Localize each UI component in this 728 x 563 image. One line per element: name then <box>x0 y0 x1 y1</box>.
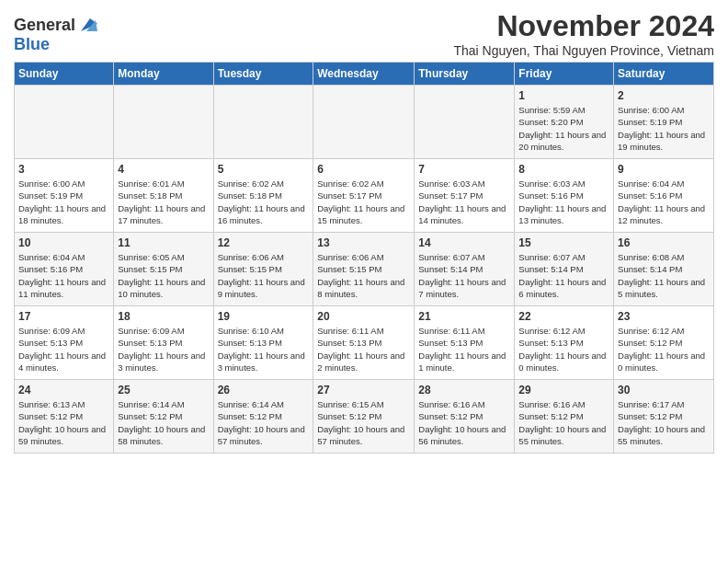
calendar-cell: 13Sunrise: 6:06 AMSunset: 5:15 PMDayligh… <box>313 233 415 306</box>
calendar-cell: 12Sunrise: 6:06 AMSunset: 5:15 PMDayligh… <box>213 233 313 306</box>
day-info: Sunrise: 6:00 AMSunset: 5:19 PMDaylight:… <box>618 104 710 153</box>
day-number: 27 <box>317 384 410 396</box>
calendar-cell: 3Sunrise: 6:00 AMSunset: 5:19 PMDaylight… <box>15 159 114 233</box>
calendar-cell: 6Sunrise: 6:02 AMSunset: 5:17 PMDaylight… <box>313 159 415 233</box>
title-block: November 2024 Thai Nguyen, Thai Nguyen P… <box>453 9 714 58</box>
day-info: Sunrise: 6:09 AMSunset: 5:13 PMDaylight:… <box>118 325 209 373</box>
day-info: Sunrise: 6:14 AMSunset: 5:12 PMDaylight:… <box>218 398 310 447</box>
day-info: Sunrise: 6:02 AMSunset: 5:18 PMDaylight:… <box>218 178 310 226</box>
calendar-cell: 25Sunrise: 6:14 AMSunset: 5:12 PMDayligh… <box>114 380 213 454</box>
calendar-week-5: 24Sunrise: 6:13 AMSunset: 5:12 PMDayligh… <box>15 380 714 454</box>
month-year-title: November 2024 <box>453 9 714 43</box>
calendar-week-3: 10Sunrise: 6:04 AMSunset: 5:16 PMDayligh… <box>15 233 714 306</box>
day-number: 22 <box>518 310 609 323</box>
day-info: Sunrise: 6:17 AMSunset: 5:12 PMDaylight:… <box>618 398 710 447</box>
day-number: 13 <box>317 236 410 249</box>
calendar-cell <box>213 86 313 159</box>
logo-icon <box>77 15 97 35</box>
calendar-cell: 11Sunrise: 6:05 AMSunset: 5:15 PMDayligh… <box>114 233 213 306</box>
col-header-friday: Friday <box>515 63 614 86</box>
day-info: Sunrise: 6:04 AMSunset: 5:16 PMDaylight:… <box>618 178 710 226</box>
day-number: 25 <box>118 384 209 396</box>
calendar-cell <box>114 86 213 159</box>
col-header-thursday: Thursday <box>415 63 515 86</box>
location-subtitle: Thai Nguyen, Thai Nguyen Province, Vietn… <box>453 43 714 58</box>
day-number: 11 <box>118 236 209 249</box>
day-info: Sunrise: 6:08 AMSunset: 5:14 PMDaylight:… <box>618 251 710 300</box>
calendar-cell: 23Sunrise: 6:12 AMSunset: 5:12 PMDayligh… <box>614 306 714 380</box>
day-info: Sunrise: 6:14 AMSunset: 5:12 PMDaylight:… <box>118 398 209 447</box>
day-number: 2 <box>618 89 710 102</box>
calendar-cell <box>313 86 415 159</box>
calendar-cell: 19Sunrise: 6:10 AMSunset: 5:13 PMDayligh… <box>213 306 313 380</box>
calendar-cell <box>415 86 515 159</box>
day-number: 29 <box>518 384 609 396</box>
calendar-cell: 17Sunrise: 6:09 AMSunset: 5:13 PMDayligh… <box>15 306 114 380</box>
calendar-cell: 24Sunrise: 6:13 AMSunset: 5:12 PMDayligh… <box>15 380 114 454</box>
day-number: 6 <box>317 163 410 176</box>
day-number: 30 <box>618 384 710 396</box>
col-header-wednesday: Wednesday <box>313 63 415 86</box>
day-info: Sunrise: 6:04 AMSunset: 5:16 PMDaylight:… <box>18 251 109 300</box>
day-info: Sunrise: 6:09 AMSunset: 5:13 PMDaylight:… <box>18 325 109 373</box>
day-number: 7 <box>418 163 510 176</box>
day-info: Sunrise: 6:15 AMSunset: 5:12 PMDaylight:… <box>317 398 410 447</box>
day-number: 26 <box>218 384 310 396</box>
calendar-cell: 4Sunrise: 6:01 AMSunset: 5:18 PMDaylight… <box>114 159 213 233</box>
day-number: 21 <box>418 310 510 323</box>
day-info: Sunrise: 6:11 AMSunset: 5:13 PMDaylight:… <box>317 325 410 373</box>
day-number: 10 <box>18 236 109 249</box>
col-header-tuesday: Tuesday <box>213 63 313 86</box>
calendar-cell: 5Sunrise: 6:02 AMSunset: 5:18 PMDaylight… <box>213 159 313 233</box>
day-number: 24 <box>18 384 109 396</box>
day-number: 9 <box>618 163 710 176</box>
calendar-cell: 27Sunrise: 6:15 AMSunset: 5:12 PMDayligh… <box>313 380 415 454</box>
day-number: 20 <box>317 310 410 323</box>
calendar-cell: 28Sunrise: 6:16 AMSunset: 5:12 PMDayligh… <box>415 380 515 454</box>
day-number: 12 <box>218 236 310 249</box>
calendar-cell: 10Sunrise: 6:04 AMSunset: 5:16 PMDayligh… <box>15 233 114 306</box>
logo-blue-text: Blue <box>14 35 50 54</box>
calendar-week-1: 1Sunrise: 5:59 AMSunset: 5:20 PMDaylight… <box>15 86 714 159</box>
day-info: Sunrise: 6:05 AMSunset: 5:15 PMDaylight:… <box>118 251 209 300</box>
day-number: 4 <box>118 163 209 176</box>
day-number: 8 <box>518 163 609 176</box>
day-info: Sunrise: 6:07 AMSunset: 5:14 PMDaylight:… <box>418 251 510 300</box>
logo: General Blue <box>14 9 97 54</box>
day-info: Sunrise: 6:12 AMSunset: 5:13 PMDaylight:… <box>518 325 609 373</box>
calendar-cell: 26Sunrise: 6:14 AMSunset: 5:12 PMDayligh… <box>213 380 313 454</box>
calendar-cell: 21Sunrise: 6:11 AMSunset: 5:13 PMDayligh… <box>415 306 515 380</box>
day-info: Sunrise: 6:12 AMSunset: 5:12 PMDaylight:… <box>618 325 710 373</box>
calendar-table: SundayMondayTuesdayWednesdayThursdayFrid… <box>14 62 714 454</box>
col-header-sunday: Sunday <box>15 63 114 86</box>
day-number: 18 <box>118 310 209 323</box>
calendar-week-2: 3Sunrise: 6:00 AMSunset: 5:19 PMDaylight… <box>15 159 714 233</box>
page-header: General Blue November 2024 Thai Nguyen, … <box>14 9 714 58</box>
calendar-cell: 8Sunrise: 6:03 AMSunset: 5:16 PMDaylight… <box>515 159 614 233</box>
day-number: 19 <box>218 310 310 323</box>
calendar-week-4: 17Sunrise: 6:09 AMSunset: 5:13 PMDayligh… <box>15 306 714 380</box>
day-info: Sunrise: 5:59 AMSunset: 5:20 PMDaylight:… <box>518 104 609 153</box>
day-number: 23 <box>618 310 710 323</box>
calendar-cell: 1Sunrise: 5:59 AMSunset: 5:20 PMDaylight… <box>515 86 614 159</box>
calendar-cell: 18Sunrise: 6:09 AMSunset: 5:13 PMDayligh… <box>114 306 213 380</box>
calendar-cell: 7Sunrise: 6:03 AMSunset: 5:17 PMDaylight… <box>415 159 515 233</box>
calendar-cell: 20Sunrise: 6:11 AMSunset: 5:13 PMDayligh… <box>313 306 415 380</box>
day-info: Sunrise: 6:03 AMSunset: 5:16 PMDaylight:… <box>518 178 609 226</box>
day-number: 15 <box>518 236 609 249</box>
day-number: 3 <box>18 163 109 176</box>
day-number: 16 <box>618 236 710 249</box>
day-info: Sunrise: 6:13 AMSunset: 5:12 PMDaylight:… <box>18 398 109 447</box>
calendar-cell: 22Sunrise: 6:12 AMSunset: 5:13 PMDayligh… <box>515 306 614 380</box>
calendar-cell: 2Sunrise: 6:00 AMSunset: 5:19 PMDaylight… <box>614 86 714 159</box>
calendar-cell: 16Sunrise: 6:08 AMSunset: 5:14 PMDayligh… <box>614 233 714 306</box>
day-info: Sunrise: 6:07 AMSunset: 5:14 PMDaylight:… <box>518 251 609 300</box>
col-header-saturday: Saturday <box>614 63 714 86</box>
col-header-monday: Monday <box>114 63 213 86</box>
logo-general-text: General <box>14 16 75 35</box>
day-info: Sunrise: 6:01 AMSunset: 5:18 PMDaylight:… <box>118 178 209 226</box>
day-info: Sunrise: 6:11 AMSunset: 5:13 PMDaylight:… <box>418 325 510 373</box>
calendar-cell <box>15 86 114 159</box>
calendar-cell: 29Sunrise: 6:16 AMSunset: 5:12 PMDayligh… <box>515 380 614 454</box>
day-number: 14 <box>418 236 510 249</box>
